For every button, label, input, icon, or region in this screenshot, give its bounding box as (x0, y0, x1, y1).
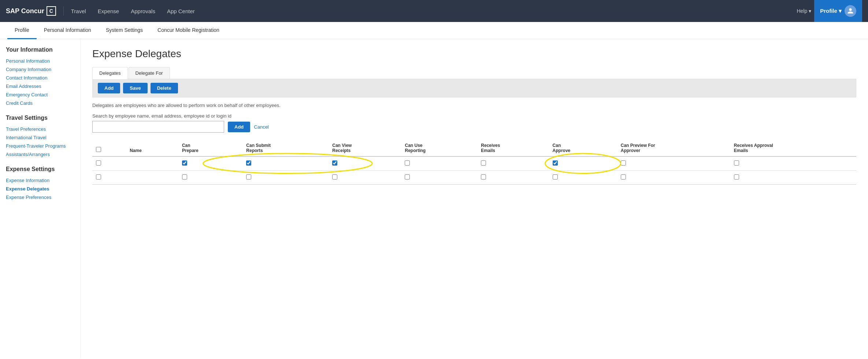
col-header-can-prepare: CanPrepare (178, 140, 242, 156)
brand-logo: SAP Concur C (6, 6, 64, 16)
sidebar-item-assistants-arrangers[interactable]: Assistants/Arrangers (6, 150, 74, 159)
delegates-toolbar: Add Save Delete (92, 79, 856, 97)
cell-receives-emails-checkbox[interactable] (481, 160, 486, 166)
cell-can-view-checkbox[interactable] (332, 174, 337, 180)
delegates-description: Delegates are employees who are allowed … (92, 103, 856, 108)
nav-links: Travel Expense Approvals App Center (71, 7, 195, 16)
cell-receives-approval-checkbox[interactable] (734, 174, 739, 180)
avatar (845, 5, 856, 17)
nav-travel[interactable]: Travel (71, 7, 86, 16)
sidebar-item-international-travel[interactable]: International Travel (6, 133, 74, 142)
tab-concur-mobile[interactable]: Concur Mobile Registration (150, 22, 227, 39)
sidebar-section-travel-settings: Travel Settings (6, 115, 74, 121)
cell-name (126, 156, 178, 171)
cell-can-use-reporting-checkbox[interactable] (405, 174, 410, 180)
cell-can-prepare-checkbox[interactable] (182, 174, 187, 180)
nav-right: Help ▾ Profile ▾ (797, 0, 862, 22)
cell-can-preview-checkbox[interactable] (621, 160, 626, 166)
sidebar-item-expense-preferences[interactable]: Expense Preferences (6, 193, 74, 201)
cancel-link[interactable]: Cancel (254, 124, 268, 130)
nav-expense[interactable]: Expense (98, 7, 119, 16)
delete-button[interactable]: Delete (151, 83, 178, 93)
cell-can-preview-checkbox[interactable] (621, 174, 626, 180)
cell-receives-approval (730, 156, 856, 171)
secondary-navigation: Profile Personal Information System Sett… (0, 22, 868, 39)
cell-receives-emails (477, 171, 549, 185)
search-input[interactable] (92, 121, 224, 133)
col-header-can-view: Can ViewReceipts (329, 140, 401, 156)
sidebar-item-personal-information[interactable]: Personal Information (6, 57, 74, 65)
select-all-checkbox[interactable] (96, 147, 101, 152)
sidebar-item-credit-cards[interactable]: Credit Cards (6, 99, 74, 107)
cell-can-prepare-checkbox[interactable] (182, 160, 187, 166)
search-label: Search by employee name, email address, … (92, 113, 856, 119)
sidebar-item-travel-preferences[interactable]: Travel Preferences (6, 125, 74, 133)
sidebar-item-frequent-traveler[interactable]: Frequent-Traveler Programs (6, 142, 74, 150)
search-add-button[interactable]: Add (228, 122, 250, 132)
tab-profile[interactable]: Profile (7, 22, 37, 39)
cell-can-use-reporting (401, 156, 477, 171)
main-layout: Your Information Personal Information Co… (0, 39, 868, 358)
cell-can-submit-checkbox[interactable] (246, 160, 251, 166)
tab-personal-information[interactable]: Personal Information (37, 22, 99, 39)
row-select-checkbox (92, 171, 126, 185)
sidebar-item-email-addresses[interactable]: Email Addresses (6, 82, 74, 90)
cell-can-preview (617, 156, 730, 171)
cell-can-approve-checkbox[interactable] (553, 160, 558, 166)
cell-can-preview (617, 171, 730, 185)
col-header-can-submit: Can SubmitReports (242, 140, 329, 156)
table-row (92, 156, 856, 171)
cell-can-use-reporting-checkbox[interactable] (405, 160, 410, 166)
top-navigation: SAP Concur C Travel Expense Approvals Ap… (0, 0, 868, 22)
add-button[interactable]: Add (98, 83, 120, 93)
cell-name (126, 171, 178, 185)
cell-can-use-reporting (401, 171, 477, 185)
profile-button[interactable]: Profile ▾ (814, 0, 862, 22)
col-header-name: Name (126, 140, 178, 156)
table-row (92, 171, 856, 185)
cell-receives-approval (730, 171, 856, 185)
search-row: Add Cancel (92, 121, 856, 133)
sidebar-item-emergency-contact[interactable]: Emergency Contact (6, 90, 74, 99)
col-header-can-use-reporting: Can UseReporting (401, 140, 477, 156)
tab-delegates[interactable]: Delegates (92, 67, 128, 79)
cell-receives-approval-checkbox[interactable] (734, 160, 739, 166)
row-select-checkbox-checkbox[interactable] (96, 174, 101, 180)
cell-can-prepare (178, 156, 242, 171)
cell-can-submit-checkbox[interactable] (246, 174, 251, 180)
sidebar-section-your-information: Your Information (6, 47, 74, 53)
nav-app-center[interactable]: App Center (167, 7, 195, 16)
nav-approvals[interactable]: Approvals (131, 7, 155, 16)
delegates-table-wrapper: Name CanPrepare Can SubmitReports Can Vi… (92, 140, 856, 185)
sidebar-item-expense-delegates[interactable]: Expense Delegates (6, 185, 74, 193)
col-header-can-approve: CanApprove (549, 140, 617, 156)
sidebar-item-contact-information[interactable]: Contact Information (6, 74, 74, 82)
brand-name: SAP Concur (6, 7, 44, 15)
profile-label: Profile ▾ (820, 8, 842, 14)
cell-can-approve (549, 171, 617, 185)
col-header-can-preview: Can Preview ForApprover (617, 140, 730, 156)
save-button[interactable]: Save (123, 83, 147, 93)
tab-system-settings[interactable]: System Settings (99, 22, 150, 39)
cell-can-approve-checkbox[interactable] (553, 174, 558, 180)
col-header-select (92, 140, 126, 156)
delegates-table: Name CanPrepare Can SubmitReports Can Vi… (92, 140, 856, 185)
col-header-receives-emails: ReceivesEmails (477, 140, 549, 156)
cell-receives-emails (477, 156, 549, 171)
cell-can-submit (242, 156, 329, 171)
sidebar-item-company-information[interactable]: Company Information (6, 65, 74, 74)
row-select-checkbox (92, 156, 126, 171)
help-button[interactable]: Help ▾ (797, 8, 811, 14)
cell-can-view (329, 171, 401, 185)
brand-box: C (47, 6, 56, 16)
cell-can-submit (242, 171, 329, 185)
sidebar-section-expense-settings: Expense Settings (6, 166, 74, 173)
col-header-receives-approval: Receives ApprovalEmails (730, 140, 856, 156)
cell-can-view-checkbox[interactable] (332, 160, 337, 166)
cell-receives-emails-checkbox[interactable] (481, 174, 486, 180)
tab-delegate-for[interactable]: Delegate For (129, 67, 170, 79)
main-content: Expense Delegates Delegates Delegate For… (81, 39, 868, 358)
sidebar-item-expense-information[interactable]: Expense Information (6, 176, 74, 185)
row-select-checkbox-checkbox[interactable] (96, 160, 101, 166)
nav-left: SAP Concur C Travel Expense Approvals Ap… (6, 6, 195, 16)
